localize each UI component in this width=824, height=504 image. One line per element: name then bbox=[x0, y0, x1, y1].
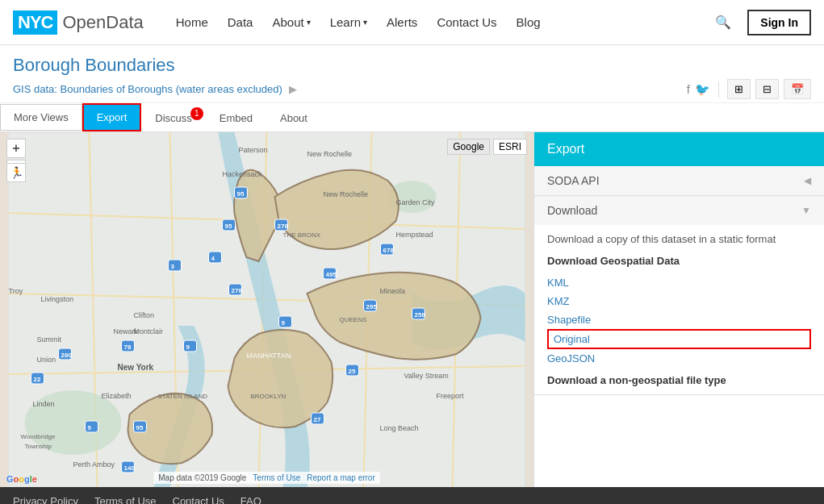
svg-text:MANHATTAN: MANHATTAN bbox=[247, 352, 291, 360]
svg-text:Woodbridge: Woodbridge bbox=[21, 433, 56, 440]
svg-text:278: 278 bbox=[278, 223, 289, 230]
nav-item-data[interactable]: Data bbox=[228, 15, 253, 29]
svg-text:Hackensack: Hackensack bbox=[223, 170, 263, 178]
chevron-icon: ▾ bbox=[307, 18, 311, 27]
subtitle-arrow: ▶ bbox=[289, 83, 297, 95]
tab-embed[interactable]: Embed bbox=[206, 105, 266, 131]
facebook-icon[interactable]: f bbox=[687, 82, 690, 96]
svg-text:258: 258 bbox=[415, 311, 426, 319]
tab-export[interactable]: Export bbox=[82, 103, 142, 131]
page-subtitle[interactable]: GIS data: Boundaries of Boroughs (water … bbox=[13, 83, 282, 95]
export-link-shapefile[interactable]: Shapefile bbox=[547, 310, 811, 329]
svg-text:25: 25 bbox=[349, 368, 356, 375]
map-provider-btns: Google ESRI bbox=[447, 139, 527, 155]
download-label: Download bbox=[547, 204, 597, 217]
svg-text:Freeport: Freeport bbox=[437, 392, 465, 400]
nav-item-alerts[interactable]: Alerts bbox=[387, 15, 417, 29]
svg-text:95: 95 bbox=[237, 190, 245, 198]
page-subtitle-row: GIS data: Boundaries of Boroughs (water … bbox=[13, 79, 811, 99]
export-link-geojson[interactable]: GeoJSON bbox=[547, 349, 811, 368]
nav-item-blog[interactable]: Blog bbox=[517, 15, 541, 29]
svg-text:Elizabeth: Elizabeth bbox=[102, 392, 132, 400]
svg-text:STATEN ISLAND: STATEN ISLAND bbox=[158, 393, 208, 400]
soda-api-arrow: ◀ bbox=[804, 175, 811, 186]
svg-text:295: 295 bbox=[366, 303, 378, 310]
google-map-button[interactable]: Google bbox=[447, 139, 490, 155]
google-logo: Google bbox=[6, 474, 37, 484]
svg-text:Perth Amboy: Perth Amboy bbox=[73, 460, 115, 469]
export-panel: Export SODA API ◀ Download ▼ Download a … bbox=[533, 132, 824, 487]
tab-about-tab[interactable]: About bbox=[266, 105, 321, 131]
geospatial-links: KMLKMZShapefileOriginalGeoJSON bbox=[547, 273, 811, 368]
svg-text:495: 495 bbox=[326, 271, 337, 278]
opendata-logo: OpenData bbox=[62, 12, 143, 33]
svg-text:New Rochelle: New Rochelle bbox=[307, 150, 353, 158]
svg-text:78: 78 bbox=[124, 344, 132, 351]
map-svg: Livingston Summit Union Newark New York … bbox=[0, 132, 533, 487]
logo[interactable]: NYC OpenData bbox=[13, 10, 144, 35]
card-view-button[interactable]: ⊟ bbox=[755, 79, 779, 99]
map-attribution: Map data ©2019 Google Terms of Use Repor… bbox=[153, 472, 380, 484]
download-header[interactable]: Download ▼ bbox=[534, 196, 824, 225]
svg-text:678: 678 bbox=[383, 247, 395, 254]
nyc-logo: NYC bbox=[13, 10, 57, 35]
nav-item-contact[interactable]: Contact Us bbox=[437, 15, 496, 29]
twitter-icon[interactable]: 🐦 bbox=[695, 82, 710, 97]
icon-view-button[interactable]: ⊞ bbox=[727, 79, 751, 99]
nav-item-learn[interactable]: Learn ▾ bbox=[330, 15, 367, 29]
main-content: Livingston Summit Union Newark New York … bbox=[0, 132, 824, 487]
svg-text:280: 280 bbox=[61, 352, 73, 359]
zoom-in-button[interactable]: + bbox=[6, 139, 26, 158]
export-header: Export bbox=[534, 132, 824, 166]
map-terms-link[interactable]: Terms of Use bbox=[253, 473, 300, 482]
footer-link-terms-of-use[interactable]: Terms of Use bbox=[94, 495, 157, 504]
export-link-original[interactable]: Original bbox=[547, 329, 811, 349]
search-button[interactable]: 🔍 bbox=[709, 11, 738, 33]
svg-text:New Rochelle: New Rochelle bbox=[324, 190, 369, 198]
svg-text:Garden City: Garden City bbox=[396, 198, 436, 206]
map-area: Livingston Summit Union Newark New York … bbox=[0, 132, 533, 487]
svg-text:95: 95 bbox=[225, 223, 232, 230]
download-arrow: ▼ bbox=[801, 205, 811, 216]
header: NYC OpenData HomeDataAbout ▾Learn ▾Alert… bbox=[0, 0, 824, 45]
svg-text:Linden: Linden bbox=[33, 400, 55, 408]
footer-link-privacy-policy[interactable]: Privacy Policy bbox=[13, 495, 78, 504]
svg-text:278: 278 bbox=[232, 287, 243, 294]
svg-text:Summit: Summit bbox=[37, 335, 62, 344]
svg-text:4: 4 bbox=[211, 255, 215, 262]
chevron-icon: ▾ bbox=[363, 18, 367, 27]
street-view-button[interactable]: 🏃 bbox=[6, 163, 26, 182]
footer-link-contact-us[interactable]: Contact Us bbox=[173, 495, 224, 504]
map-data-label: Map data ©2019 Google bbox=[158, 473, 246, 482]
soda-api-label: SODA API bbox=[547, 174, 600, 187]
svg-text:95: 95 bbox=[136, 424, 144, 431]
soda-api-header[interactable]: SODA API ◀ bbox=[534, 166, 824, 195]
svg-text:THE BRONX: THE BRONX bbox=[283, 231, 321, 239]
svg-text:Long Beach: Long Beach bbox=[380, 424, 419, 432]
map-error-link[interactable]: Report a map error bbox=[307, 473, 374, 482]
svg-text:9: 9 bbox=[282, 319, 286, 327]
tab-discuss[interactable]: Discuss1 bbox=[141, 105, 206, 131]
svg-text:3: 3 bbox=[171, 263, 175, 270]
svg-text:Valley Stream: Valley Stream bbox=[404, 372, 449, 380]
esri-map-button[interactable]: ESRI bbox=[493, 139, 527, 155]
signin-button[interactable]: Sign In bbox=[747, 10, 811, 35]
footer-link-faq[interactable]: FAQ bbox=[241, 495, 261, 504]
main-nav: HomeDataAbout ▾Learn ▾AlertsContact UsBl… bbox=[176, 15, 709, 29]
export-link-kmz[interactable]: KMZ bbox=[547, 292, 811, 310]
svg-text:QUEENS: QUEENS bbox=[340, 316, 367, 323]
svg-text:Mineola: Mineola bbox=[380, 287, 406, 295]
svg-text:9: 9 bbox=[186, 344, 190, 351]
footer-main: Privacy PolicyTerms of UseContact UsFAQ bbox=[0, 487, 824, 504]
view-icons: f 🐦 ⊞ ⊟ 📅 bbox=[687, 79, 811, 99]
svg-text:Clifton: Clifton bbox=[134, 311, 155, 319]
tab-more-views[interactable]: More Views bbox=[0, 104, 82, 131]
svg-text:140: 140 bbox=[124, 464, 136, 472]
export-link-kml[interactable]: KML bbox=[547, 273, 811, 292]
download-section: Download ▼ Download a copy of this datas… bbox=[534, 196, 824, 395]
svg-text:22: 22 bbox=[34, 376, 41, 383]
calendar-view-button[interactable]: 📅 bbox=[784, 79, 811, 99]
nav-item-about[interactable]: About ▾ bbox=[272, 15, 310, 29]
nav-item-home[interactable]: Home bbox=[176, 15, 208, 29]
svg-text:Township: Township bbox=[25, 443, 52, 450]
